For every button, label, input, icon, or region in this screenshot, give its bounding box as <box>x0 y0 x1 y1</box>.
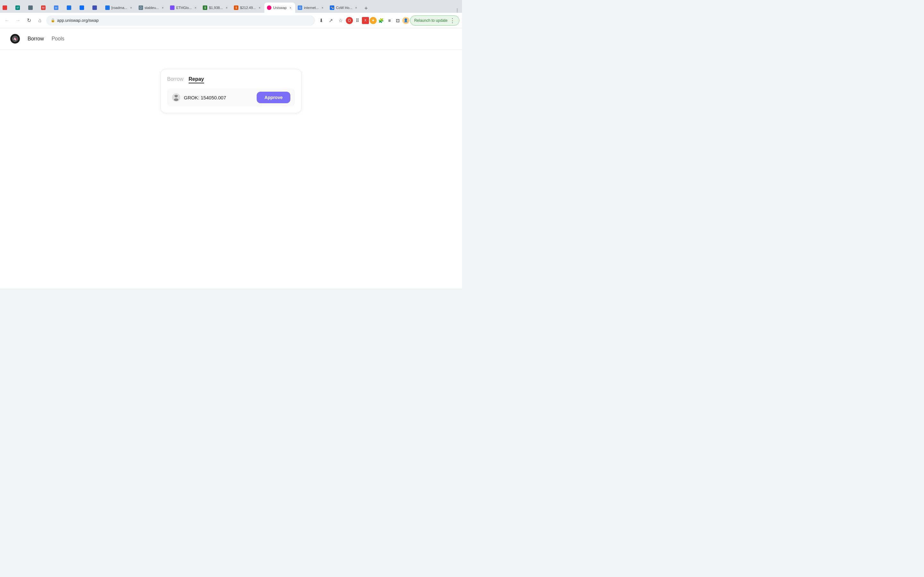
share-icon[interactable]: ↗ <box>326 16 336 25</box>
tab-cowho[interactable]: 🐄 CoW Ho... × <box>327 3 361 13</box>
svg-text:🦄: 🦄 <box>13 37 17 41</box>
reload-button[interactable]: ↻ <box>24 16 33 25</box>
tab-label-stableu: stableu... <box>145 6 159 10</box>
tab-favicon-2: ↺ <box>15 5 20 10</box>
tab-7[interactable] <box>77 3 90 13</box>
tab-favicon-3 <box>28 5 33 10</box>
ext-dots-icon[interactable]: ⠿ <box>354 17 361 24</box>
ext-yellow-icon[interactable]: ★ <box>370 17 376 24</box>
svg-point-4 <box>174 98 178 101</box>
tab-label-internet: internet... <box>304 6 318 10</box>
tab-2[interactable]: ↺ <box>13 3 26 13</box>
tab-favicon-4: M <box>41 5 45 10</box>
tab-label-price1: $1,938... <box>209 6 223 10</box>
ext-reader-icon[interactable]: ⊡ <box>394 17 402 24</box>
lock-icon: 🔒 <box>51 18 55 23</box>
tab-label-uniswap: Uniswap <box>273 6 286 10</box>
extension-icons: O ⠿ X ★ 🧩 ≡ ⊡ 👤 <box>346 17 409 24</box>
ext-opera-icon[interactable]: O <box>346 17 353 24</box>
home-button[interactable]: ⌂ <box>35 16 44 25</box>
token-label: GROK: 154050.007 <box>184 95 254 100</box>
ext-puzzle-icon[interactable]: 🧩 <box>377 17 385 24</box>
tab-close-price2[interactable]: × <box>257 5 262 10</box>
tab-favicon-1 <box>3 5 7 10</box>
download-icon[interactable]: ⬇ <box>317 16 326 25</box>
toolbar-actions: ⬇ ↗ ☆ O ⠿ X ★ 🧩 ≡ ⊡ 👤 Relaunch to update… <box>317 15 459 26</box>
tab-internet[interactable]: G internet... × <box>295 3 327 13</box>
tab-favicon-cowho: 🐄 <box>330 5 334 10</box>
grok-token-icon <box>172 93 181 102</box>
tab-label-roadmap: [roadma... <box>111 6 128 10</box>
ext-avatar-icon[interactable]: 👤 <box>402 17 409 24</box>
swap-card: Borrow Repay GROK: 154050.007 Approve <box>160 69 302 113</box>
omnibox-bar: ← → ↻ ⌂ 🔒 app.uniswap.org/swap ⬇ ↗ ☆ O ⠿… <box>0 13 462 28</box>
tab-favicon-5: M <box>54 5 58 10</box>
tab-close-roadmap[interactable]: × <box>129 5 134 10</box>
ext-list-icon[interactable]: ≡ <box>386 17 393 24</box>
tab-4[interactable]: M <box>39 3 51 13</box>
relaunch-menu-icon: ⋮ <box>449 17 455 24</box>
tab-favicon-price2: $ <box>234 5 238 10</box>
nav-pools-link[interactable]: Pools <box>52 36 65 42</box>
tab-3[interactable] <box>26 3 39 13</box>
tab-close-ethglo[interactable]: × <box>193 5 198 10</box>
approve-button[interactable]: Approve <box>257 92 290 103</box>
tab-roadmap[interactable]: [roadma... × <box>103 3 136 13</box>
tab-close-uniswap[interactable]: × <box>288 5 292 10</box>
tab-favicon-uniswap <box>267 5 271 10</box>
tab-repay[interactable]: Repay <box>189 76 204 83</box>
svg-point-3 <box>175 95 178 97</box>
tab-close-cowho[interactable]: × <box>354 5 359 10</box>
tab-borrow[interactable]: Borrow <box>167 76 184 83</box>
tab-favicon-6 <box>67 5 71 10</box>
forward-button[interactable]: → <box>13 16 23 25</box>
tab-close-stableu[interactable]: × <box>160 5 165 10</box>
bookmark-icon[interactable]: ☆ <box>336 16 345 25</box>
tab-5[interactable]: M <box>51 3 64 13</box>
app-nav: 🦄 Borrow Pools <box>0 28 462 50</box>
tab-price2[interactable]: $ $212.49... × <box>231 3 264 13</box>
tab-8[interactable] <box>90 3 103 13</box>
svg-point-6 <box>177 95 178 96</box>
nav-borrow-link[interactable]: Borrow <box>27 36 44 42</box>
tab-1[interactable] <box>0 3 13 13</box>
tab-close-internet[interactable]: × <box>320 5 325 10</box>
page-content: 🦄 Borrow Pools Borrow Repay <box>0 28 462 288</box>
tab-label-cowho: CoW Ho... <box>336 6 352 10</box>
tab-label-price2: $212.49... <box>240 6 256 10</box>
tab-stableu[interactable]: ⬡ stableu... × <box>136 3 168 13</box>
tab-close-price1[interactable]: × <box>224 5 229 10</box>
tab-favicon-7 <box>79 5 84 10</box>
tab-favicon-roadmap <box>105 5 110 10</box>
back-button[interactable]: ← <box>3 16 11 25</box>
tab-favicon-ethglo <box>170 5 174 10</box>
tab-favicon-internet: G <box>298 5 302 10</box>
relaunch-button[interactable]: Relaunch to update ⋮ <box>410 15 459 26</box>
address-bar[interactable]: 🔒 app.uniswap.org/swap <box>46 15 315 26</box>
new-tab-button[interactable]: + <box>362 4 371 13</box>
tab-label-ethglo: ETHGlo... <box>176 6 192 10</box>
tab-ethglo[interactable]: ETHGlo... × <box>168 3 200 13</box>
relaunch-label: Relaunch to update <box>414 18 447 23</box>
svg-point-5 <box>174 95 175 96</box>
token-row: GROK: 154050.007 Approve <box>167 89 295 106</box>
tab-favicon-stableu: ⬡ <box>139 5 143 10</box>
tab-strip-scroll[interactable]: ⋮ <box>452 8 462 13</box>
browser-chrome: ↺ M M [roadma... × ⬡ stableu... × <box>0 0 462 28</box>
tab-uniswap[interactable]: Uniswap × <box>264 3 295 13</box>
tab-price1[interactable]: $ $1,938... × <box>200 3 231 13</box>
tab-favicon-price1: $ <box>203 5 207 10</box>
ext-red-icon[interactable]: X <box>362 17 369 24</box>
card-tabs: Borrow Repay <box>167 76 295 83</box>
app-logo[interactable]: 🦄 <box>10 34 20 44</box>
address-text: app.uniswap.org/swap <box>57 18 99 23</box>
main-content: Borrow Repay GROK: 154050.007 Approve <box>0 50 462 132</box>
tab-6[interactable] <box>64 3 77 13</box>
tab-bar: ↺ M M [roadma... × ⬡ stableu... × <box>0 0 462 13</box>
tab-favicon-8 <box>92 5 97 10</box>
